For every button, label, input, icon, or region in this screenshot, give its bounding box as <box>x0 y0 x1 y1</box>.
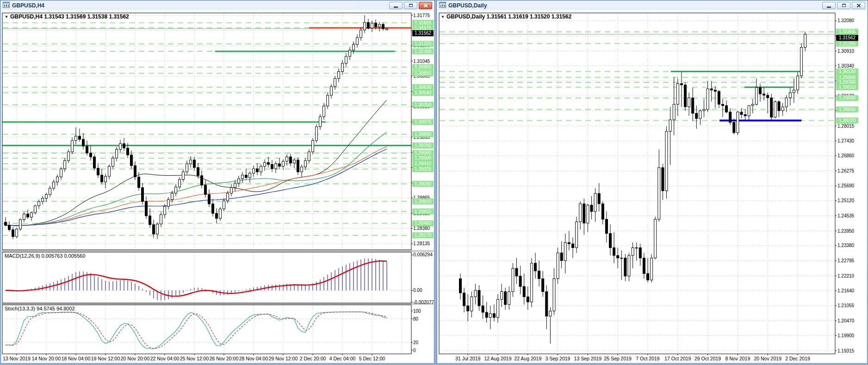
svg-text:1.28650: 1.28650 <box>415 209 432 214</box>
svg-text:1.29090: 1.29090 <box>415 181 432 186</box>
close-button[interactable] <box>852 2 865 9</box>
svg-text:18 Nov 04:00: 18 Nov 04:00 <box>62 356 91 361</box>
svg-text:1.26275: 1.26275 <box>837 168 855 173</box>
chart-window-gbpusd-h4: GBPUSD,H4 1.317751.315321.312901.310451.… <box>0 0 435 364</box>
svg-text:1.29700: 1.29700 <box>415 143 432 148</box>
svg-text:1.27430: 1.27430 <box>837 138 855 143</box>
svg-text:13 Nov 2019: 13 Nov 2019 <box>3 356 31 361</box>
svg-text:1.20470: 1.20470 <box>837 318 855 323</box>
svg-text:100: 100 <box>413 309 421 314</box>
svg-text:1.30850: 1.30850 <box>415 71 432 76</box>
svg-text:1.31575: 1.31575 <box>415 25 432 31</box>
svg-text:14 Nov 20:00: 14 Nov 20:00 <box>32 356 61 361</box>
svg-text:31 Jul 2019: 31 Jul 2019 <box>455 356 480 361</box>
svg-text:1.31320: 1.31320 <box>415 41 432 46</box>
svg-text:1.21055: 1.21055 <box>837 303 855 308</box>
svg-text:7 Oct 2019: 7 Oct 2019 <box>636 356 660 361</box>
svg-text:1.30910: 1.30910 <box>837 49 855 54</box>
svg-text:1.28650: 1.28650 <box>839 107 856 112</box>
svg-text:3 Sep 2019: 3 Sep 2019 <box>546 356 570 361</box>
svg-text:1.29090: 1.29090 <box>839 95 856 100</box>
svg-text:1.21640: 1.21640 <box>837 288 855 293</box>
svg-text:1.31200: 1.31200 <box>839 41 856 46</box>
svg-text:25 Nov 12:00: 25 Nov 12:00 <box>180 356 209 361</box>
svg-text:17 Oct 2019: 17 Oct 2019 <box>664 356 691 361</box>
svg-text:4 Dec 04:00: 4 Dec 04:00 <box>329 356 356 361</box>
svg-text:1.30350: 1.30350 <box>415 102 432 107</box>
svg-text:20: 20 <box>413 340 419 345</box>
svg-text:1.29890: 1.29890 <box>839 75 856 80</box>
restore-button[interactable] <box>837 2 850 9</box>
svg-text:1.31562: 1.31562 <box>415 31 432 36</box>
chart-canvas-h4[interactable]: 1.317751.315321.312901.310451.308051.305… <box>1 10 434 363</box>
chart-window-icon <box>439 1 446 10</box>
svg-text:1.25690: 1.25690 <box>837 183 855 188</box>
window-title-daily: GBPUSD,Daily <box>448 2 487 9</box>
svg-text:1.29325: 1.29325 <box>415 167 432 172</box>
svg-text:29 Oct 2019: 29 Oct 2019 <box>694 356 721 361</box>
svg-text:1.29510: 1.29510 <box>839 85 856 90</box>
minimize-button[interactable] <box>822 2 836 9</box>
svg-text:0.006294: 0.006294 <box>413 252 433 257</box>
chart-window-gbpusd-daily: GBPUSD,Daily 1.320801.314951.309101.3034… <box>436 0 868 364</box>
symbol-dropdown-marker[interactable]: ▼ <box>441 15 445 19</box>
svg-text:1.28135: 1.28135 <box>413 241 430 246</box>
svg-text:1.29700: 1.29700 <box>839 80 856 85</box>
svg-text:1.29410: 1.29410 <box>415 161 432 166</box>
svg-text:1.26860: 1.26860 <box>837 153 855 158</box>
svg-text:1.29880: 1.29880 <box>415 132 432 137</box>
svg-text:1.30540: 1.30540 <box>415 90 432 95</box>
svg-text:22 Aug 2019: 22 Aug 2019 <box>514 356 541 361</box>
svg-text:1.30340: 1.30340 <box>837 63 855 68</box>
svg-text:20 Nov 2019: 20 Nov 2019 <box>754 356 781 361</box>
titlebar-daily[interactable]: GBPUSD,Daily <box>437 0 868 10</box>
svg-text:2 Dec 2019: 2 Dec 2019 <box>785 356 810 361</box>
svg-text:20 Nov 20:00: 20 Nov 20:00 <box>121 356 150 361</box>
svg-text:-0.002077: -0.002077 <box>413 300 434 305</box>
svg-text:25 Sep 2019: 25 Sep 2019 <box>604 356 632 361</box>
svg-text:1.28220: 1.28220 <box>839 118 856 123</box>
svg-text:1.31655: 1.31655 <box>839 29 856 34</box>
svg-text:5 Dec 12:00: 5 Dec 12:00 <box>359 356 385 361</box>
svg-text:1.28810: 1.28810 <box>415 199 432 204</box>
symbol-dropdown-marker[interactable]: ▼ <box>5 15 8 19</box>
daily-chart-svg: 1.320801.314951.309101.303401.297551.291… <box>438 10 867 363</box>
svg-text:12 Aug 2019: 12 Aug 2019 <box>484 356 512 361</box>
h4-chart-svg: 1.317751.315321.312901.310451.308051.305… <box>1 10 434 363</box>
chart-window-icon <box>3 1 10 10</box>
svg-text:1.28270: 1.28270 <box>415 233 432 238</box>
close-button[interactable] <box>419 2 432 9</box>
svg-text:19 Nov 12:00: 19 Nov 12:00 <box>91 356 120 361</box>
svg-text:1.23380: 1.23380 <box>837 243 855 248</box>
svg-text:26 Nov 20:00: 26 Nov 20:00 <box>210 356 239 361</box>
restore-button[interactable] <box>404 2 417 9</box>
svg-text:28 Nov 04:00: 28 Nov 04:00 <box>239 356 268 361</box>
svg-text:1.24535: 1.24535 <box>837 213 855 218</box>
svg-text:1.30120: 1.30120 <box>839 69 856 74</box>
svg-text:1.29580: 1.29580 <box>415 150 432 155</box>
svg-text:1.28380: 1.28380 <box>413 226 430 231</box>
svg-text:1.31200: 1.31200 <box>415 49 432 54</box>
svg-text:1.31045: 1.31045 <box>413 59 430 64</box>
svg-text:1.25120: 1.25120 <box>837 198 855 203</box>
svg-text:1.29500: 1.29500 <box>415 155 432 161</box>
minimize-button[interactable] <box>389 2 403 9</box>
titlebar-h4[interactable]: GBPUSD,H4 <box>0 0 434 10</box>
chart-canvas-daily[interactable]: 1.320801.314951.309101.303401.297551.291… <box>438 10 867 363</box>
svg-text:1.32080: 1.32080 <box>837 18 855 23</box>
svg-text:1.19315: 1.19315 <box>837 348 855 353</box>
svg-text:1.31562: 1.31562 <box>839 35 856 40</box>
svg-text:1.28460: 1.28460 <box>415 221 432 226</box>
svg-text:1.30075: 1.30075 <box>415 119 432 124</box>
svg-text:8 Nov 2019: 8 Nov 2019 <box>725 356 750 361</box>
svg-text:22 Nov 04:00: 22 Nov 04:00 <box>150 356 180 361</box>
svg-text:0: 0 <box>413 348 416 353</box>
svg-text:2 Dec 20:00: 2 Dec 20:00 <box>300 356 326 361</box>
svg-text:1.30950: 1.30950 <box>415 64 432 69</box>
window-title-h4: GBPUSD,H4 <box>12 2 44 9</box>
svg-text:1.31775: 1.31775 <box>413 13 430 18</box>
svg-text:1.31655: 1.31655 <box>415 20 432 25</box>
svg-text:1.22210: 1.22210 <box>837 273 855 278</box>
svg-text:1.23950: 1.23950 <box>837 229 855 234</box>
svg-text:13 Sep 2019: 13 Sep 2019 <box>574 356 602 361</box>
